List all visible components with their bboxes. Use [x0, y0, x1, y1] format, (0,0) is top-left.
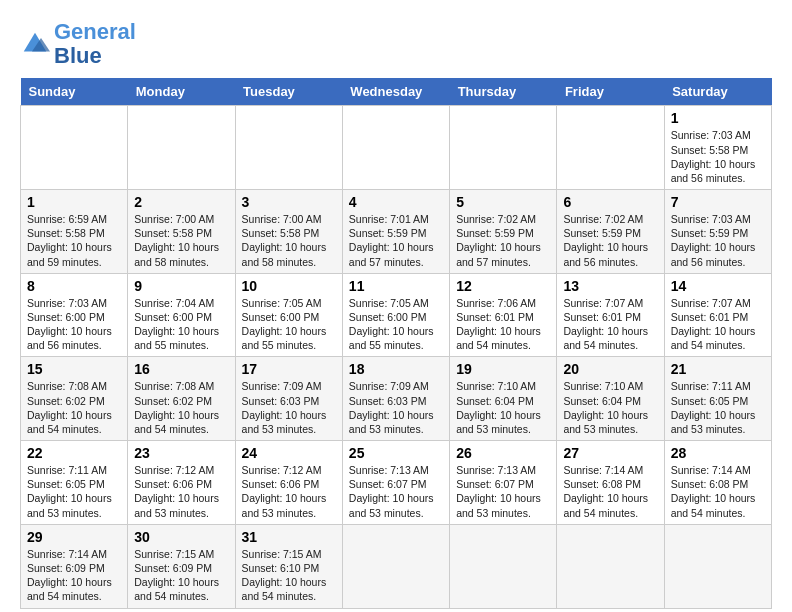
day-number: 1	[27, 194, 121, 210]
day-info: Sunrise: 7:03 AMSunset: 5:59 PMDaylight:…	[671, 213, 756, 268]
day-info: Sunrise: 7:08 AMSunset: 6:02 PMDaylight:…	[27, 380, 112, 435]
day-info: Sunrise: 7:14 AMSunset: 6:09 PMDaylight:…	[27, 548, 112, 603]
calendar-header-sunday: Sunday	[21, 78, 128, 106]
day-number: 16	[134, 361, 228, 377]
day-number: 28	[671, 445, 765, 461]
calendar-week-6: 29 Sunrise: 7:14 AMSunset: 6:09 PMDaylig…	[21, 524, 772, 608]
calendar-cell: 11 Sunrise: 7:05 AMSunset: 6:00 PMDaylig…	[342, 273, 449, 357]
calendar-cell	[664, 524, 771, 608]
day-number: 31	[242, 529, 336, 545]
calendar-cell: 26 Sunrise: 7:13 AMSunset: 6:07 PMDaylig…	[450, 441, 557, 525]
logo-text: GeneralBlue	[54, 20, 136, 68]
day-number: 30	[134, 529, 228, 545]
calendar-cell	[450, 106, 557, 190]
calendar-cell: 17 Sunrise: 7:09 AMSunset: 6:03 PMDaylig…	[235, 357, 342, 441]
day-info: Sunrise: 7:00 AMSunset: 5:58 PMDaylight:…	[242, 213, 327, 268]
day-info: Sunrise: 7:01 AMSunset: 5:59 PMDaylight:…	[349, 213, 434, 268]
calendar-cell	[557, 524, 664, 608]
day-info: Sunrise: 7:15 AMSunset: 6:09 PMDaylight:…	[134, 548, 219, 603]
calendar-cell: 7 Sunrise: 7:03 AMSunset: 5:59 PMDayligh…	[664, 190, 771, 274]
day-info: Sunrise: 7:13 AMSunset: 6:07 PMDaylight:…	[456, 464, 541, 519]
calendar-cell: 8 Sunrise: 7:03 AMSunset: 6:00 PMDayligh…	[21, 273, 128, 357]
day-info: Sunrise: 7:09 AMSunset: 6:03 PMDaylight:…	[242, 380, 327, 435]
calendar-cell: 9 Sunrise: 7:04 AMSunset: 6:00 PMDayligh…	[128, 273, 235, 357]
day-number: 8	[27, 278, 121, 294]
calendar-cell: 5 Sunrise: 7:02 AMSunset: 5:59 PMDayligh…	[450, 190, 557, 274]
day-info: Sunrise: 7:02 AMSunset: 5:59 PMDaylight:…	[456, 213, 541, 268]
day-info: Sunrise: 7:15 AMSunset: 6:10 PMDaylight:…	[242, 548, 327, 603]
day-number: 27	[563, 445, 657, 461]
calendar-header-monday: Monday	[128, 78, 235, 106]
day-info: Sunrise: 7:07 AMSunset: 6:01 PMDaylight:…	[563, 297, 648, 352]
day-number: 13	[563, 278, 657, 294]
day-number: 14	[671, 278, 765, 294]
calendar-cell: 20 Sunrise: 7:10 AMSunset: 6:04 PMDaylig…	[557, 357, 664, 441]
calendar-cell: 24 Sunrise: 7:12 AMSunset: 6:06 PMDaylig…	[235, 441, 342, 525]
day-number: 23	[134, 445, 228, 461]
calendar-week-3: 8 Sunrise: 7:03 AMSunset: 6:00 PMDayligh…	[21, 273, 772, 357]
calendar-week-2: 1 Sunrise: 6:59 AMSunset: 5:58 PMDayligh…	[21, 190, 772, 274]
calendar-cell: 25 Sunrise: 7:13 AMSunset: 6:07 PMDaylig…	[342, 441, 449, 525]
day-info: Sunrise: 7:05 AMSunset: 6:00 PMDaylight:…	[349, 297, 434, 352]
day-info: Sunrise: 6:59 AMSunset: 5:58 PMDaylight:…	[27, 213, 112, 268]
day-info: Sunrise: 7:04 AMSunset: 6:00 PMDaylight:…	[134, 297, 219, 352]
day-number: 24	[242, 445, 336, 461]
day-info: Sunrise: 7:07 AMSunset: 6:01 PMDaylight:…	[671, 297, 756, 352]
calendar-cell: 4 Sunrise: 7:01 AMSunset: 5:59 PMDayligh…	[342, 190, 449, 274]
day-number: 15	[27, 361, 121, 377]
day-info: Sunrise: 7:00 AMSunset: 5:58 PMDaylight:…	[134, 213, 219, 268]
day-number: 3	[242, 194, 336, 210]
calendar-cell: 31 Sunrise: 7:15 AMSunset: 6:10 PMDaylig…	[235, 524, 342, 608]
calendar-cell	[557, 106, 664, 190]
calendar-header-tuesday: Tuesday	[235, 78, 342, 106]
calendar-cell: 2 Sunrise: 7:00 AMSunset: 5:58 PMDayligh…	[128, 190, 235, 274]
calendar-header-wednesday: Wednesday	[342, 78, 449, 106]
calendar-cell: 16 Sunrise: 7:08 AMSunset: 6:02 PMDaylig…	[128, 357, 235, 441]
day-number: 20	[563, 361, 657, 377]
day-number: 6	[563, 194, 657, 210]
calendar-cell: 14 Sunrise: 7:07 AMSunset: 6:01 PMDaylig…	[664, 273, 771, 357]
day-number: 10	[242, 278, 336, 294]
day-info: Sunrise: 7:13 AMSunset: 6:07 PMDaylight:…	[349, 464, 434, 519]
day-info: Sunrise: 7:09 AMSunset: 6:03 PMDaylight:…	[349, 380, 434, 435]
calendar-cell: 29 Sunrise: 7:14 AMSunset: 6:09 PMDaylig…	[21, 524, 128, 608]
day-number: 22	[27, 445, 121, 461]
day-number: 17	[242, 361, 336, 377]
day-info: Sunrise: 7:05 AMSunset: 6:00 PMDaylight:…	[242, 297, 327, 352]
day-info: Sunrise: 7:10 AMSunset: 6:04 PMDaylight:…	[456, 380, 541, 435]
calendar-cell: 10 Sunrise: 7:05 AMSunset: 6:00 PMDaylig…	[235, 273, 342, 357]
calendar-cell: 21 Sunrise: 7:11 AMSunset: 6:05 PMDaylig…	[664, 357, 771, 441]
calendar-week-5: 22 Sunrise: 7:11 AMSunset: 6:05 PMDaylig…	[21, 441, 772, 525]
day-number: 18	[349, 361, 443, 377]
day-number: 7	[671, 194, 765, 210]
calendar-cell: 19 Sunrise: 7:10 AMSunset: 6:04 PMDaylig…	[450, 357, 557, 441]
day-info: Sunrise: 7:10 AMSunset: 6:04 PMDaylight:…	[563, 380, 648, 435]
day-info: Sunrise: 7:14 AMSunset: 6:08 PMDaylight:…	[563, 464, 648, 519]
calendar-cell: 13 Sunrise: 7:07 AMSunset: 6:01 PMDaylig…	[557, 273, 664, 357]
calendar-header-saturday: Saturday	[664, 78, 771, 106]
day-info: Sunrise: 7:11 AMSunset: 6:05 PMDaylight:…	[27, 464, 112, 519]
day-number: 5	[456, 194, 550, 210]
day-number: 25	[349, 445, 443, 461]
calendar-cell: 30 Sunrise: 7:15 AMSunset: 6:09 PMDaylig…	[128, 524, 235, 608]
calendar-header-friday: Friday	[557, 78, 664, 106]
day-info: Sunrise: 7:02 AMSunset: 5:59 PMDaylight:…	[563, 213, 648, 268]
page-header: GeneralBlue	[20, 20, 772, 68]
day-number: 19	[456, 361, 550, 377]
calendar-cell	[128, 106, 235, 190]
calendar-cell	[342, 106, 449, 190]
day-number: 4	[349, 194, 443, 210]
day-info: Sunrise: 7:11 AMSunset: 6:05 PMDaylight:…	[671, 380, 756, 435]
calendar-cell: 18 Sunrise: 7:09 AMSunset: 6:03 PMDaylig…	[342, 357, 449, 441]
day-number: 21	[671, 361, 765, 377]
day-number: 12	[456, 278, 550, 294]
calendar-cell	[21, 106, 128, 190]
day-info: Sunrise: 7:08 AMSunset: 6:02 PMDaylight:…	[134, 380, 219, 435]
logo: GeneralBlue	[20, 20, 136, 68]
calendar-cell: 28 Sunrise: 7:14 AMSunset: 6:08 PMDaylig…	[664, 441, 771, 525]
day-number: 2	[134, 194, 228, 210]
day-number: 9	[134, 278, 228, 294]
calendar-cell	[342, 524, 449, 608]
day-number: 26	[456, 445, 550, 461]
day-info: Sunrise: 7:12 AMSunset: 6:06 PMDaylight:…	[134, 464, 219, 519]
